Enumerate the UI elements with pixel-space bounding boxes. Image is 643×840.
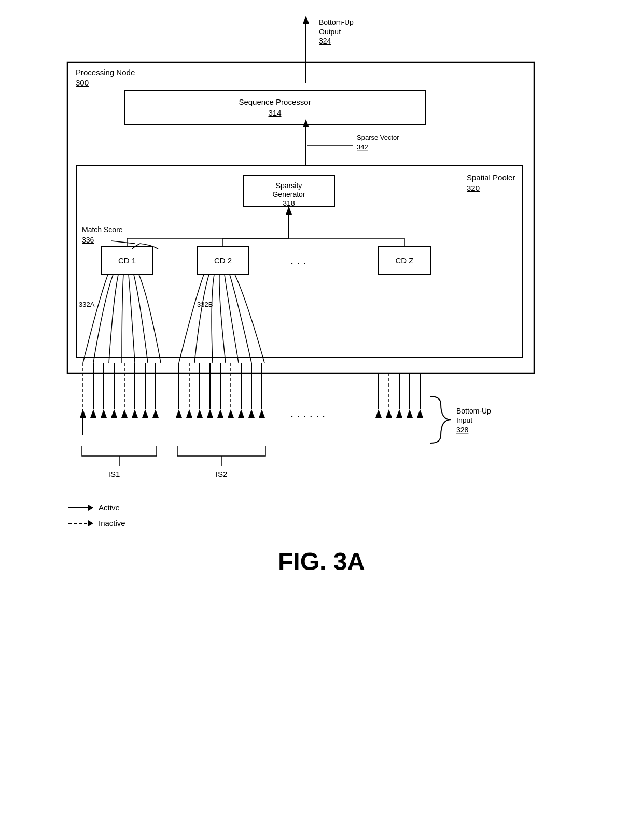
- svg-text:Bottom-Up: Bottom-Up: [456, 407, 491, 415]
- svg-marker-80: [375, 409, 382, 418]
- svg-text:FIG. 3A: FIG. 3A: [278, 548, 365, 575]
- svg-text:Spatial Pooler: Spatial Pooler: [467, 173, 515, 182]
- svg-text:IS1: IS1: [108, 469, 120, 478]
- svg-marker-77: [259, 409, 265, 418]
- svg-text:Output: Output: [319, 27, 341, 36]
- svg-marker-63: [186, 409, 192, 418]
- svg-text:332A: 332A: [79, 301, 95, 308]
- svg-text:. . .: . . .: [290, 254, 306, 267]
- svg-text:318: 318: [283, 199, 295, 207]
- svg-rect-13: [124, 91, 425, 124]
- svg-marker-67: [207, 409, 213, 418]
- svg-marker-97: [88, 505, 93, 511]
- svg-text:Bottom-Up: Bottom-Up: [319, 18, 354, 26]
- svg-marker-1: [303, 16, 309, 24]
- svg-marker-59: [152, 409, 159, 418]
- svg-marker-57: [142, 409, 148, 418]
- svg-marker-69: [217, 409, 223, 418]
- svg-text:324: 324: [319, 37, 331, 45]
- svg-text:Inactive: Inactive: [99, 519, 125, 528]
- svg-text:Input: Input: [456, 416, 472, 424]
- svg-text:. . . . . .: . . . . . .: [290, 407, 325, 420]
- svg-marker-84: [396, 409, 402, 418]
- svg-text:300: 300: [76, 78, 89, 87]
- svg-line-27: [111, 241, 135, 244]
- svg-text:Generator: Generator: [272, 190, 305, 198]
- svg-marker-86: [407, 409, 413, 418]
- svg-marker-9: [303, 119, 309, 127]
- svg-marker-75: [248, 409, 255, 418]
- page: Bottom-Up Output 324 Processing Node 300…: [0, 0, 643, 840]
- svg-text:CD 2: CD 2: [214, 256, 232, 265]
- svg-text:Active: Active: [99, 503, 120, 512]
- svg-text:332B: 332B: [197, 301, 213, 308]
- svg-marker-47: [90, 409, 96, 418]
- svg-text:Sequence Processor: Sequence Processor: [239, 97, 311, 106]
- svg-text:328: 328: [456, 425, 469, 434]
- svg-marker-45: [80, 409, 86, 418]
- svg-marker-49: [101, 409, 107, 418]
- svg-text:336: 336: [82, 236, 94, 244]
- svg-text:Match Score: Match Score: [82, 225, 123, 234]
- svg-marker-65: [197, 409, 203, 418]
- svg-marker-82: [386, 409, 392, 418]
- svg-text:IS2: IS2: [216, 469, 228, 478]
- svg-text:Sparsity: Sparsity: [276, 181, 302, 190]
- svg-marker-88: [417, 409, 423, 418]
- svg-text:342: 342: [357, 143, 368, 151]
- svg-marker-73: [238, 409, 244, 418]
- svg-text:320: 320: [467, 183, 480, 192]
- main-diagram: Bottom-Up Output 324 Processing Node 300…: [36, 10, 607, 798]
- svg-rect-5: [67, 62, 534, 373]
- svg-text:Sparse Vector: Sparse Vector: [357, 134, 399, 141]
- svg-text:Processing Node: Processing Node: [76, 68, 135, 77]
- svg-marker-55: [132, 409, 138, 418]
- svg-text:CD 1: CD 1: [118, 256, 136, 265]
- svg-marker-24: [286, 206, 292, 215]
- svg-marker-51: [111, 409, 117, 418]
- svg-marker-71: [228, 409, 234, 418]
- svg-text:CD Z: CD Z: [396, 256, 414, 265]
- svg-marker-100: [88, 520, 93, 526]
- svg-marker-53: [121, 409, 128, 418]
- svg-text:314: 314: [268, 108, 281, 117]
- svg-marker-61: [176, 409, 182, 418]
